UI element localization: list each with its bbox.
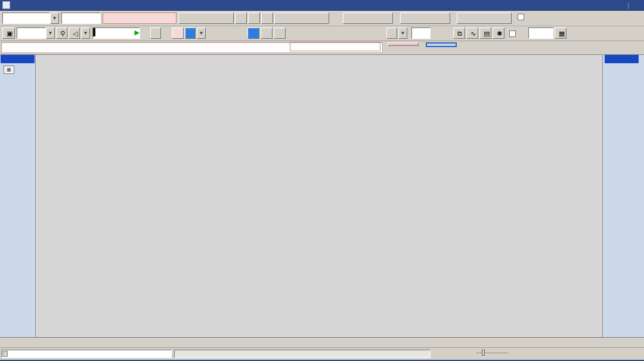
minute-combo-arrow[interactable]: ▼ [398,27,407,39]
grid-icon[interactable]: ▦ [4,66,14,74]
titlebar-separator: | [627,2,629,9]
daily-balance-button[interactable] [343,13,393,24]
speaker-icon[interactable]: ◁ [69,27,80,39]
trade-mark-lookup-button[interactable] [103,13,177,24]
balance-button[interactable] [235,13,247,24]
alert-button[interactable] [150,27,161,39]
symbol-dropdown-arrow[interactable]: ▼ [46,27,55,39]
settings-gear-icon[interactable]: ✱ [493,27,504,39]
checkbox-box[interactable] [518,14,524,20]
scrollbar-thumb[interactable] [2,351,8,357]
checkbox-box[interactable] [509,30,516,37]
add-candle-icon[interactable]: ⧉ [453,27,465,39]
save-icon[interactable]: ▤ [479,27,491,39]
right-price-axis [602,55,644,338]
ohlc-box [290,42,380,51]
scroll-track[interactable] [174,350,431,358]
password-field[interactable] [61,13,101,24]
account-toolbar: ▼ [0,11,644,26]
return-trend-button[interactable] [457,13,512,24]
speed-slider[interactable] [477,353,508,353]
search-icon[interactable]: ⚲ [56,27,67,39]
unexecuted-button[interactable] [261,13,273,24]
current-price-box-right [605,55,639,63]
period-second-button[interactable] [261,27,273,39]
horizontal-scrollbar[interactable] [1,350,172,358]
chart-window-icon[interactable]: ▣ [2,27,15,39]
executed-button[interactable] [248,13,260,24]
left-price-axis: ▦ [0,55,36,338]
quote-bar [0,41,644,54]
period-minute-button[interactable] [247,27,259,39]
time-axis [0,337,644,348]
trade-profit-button[interactable] [400,13,450,24]
account-select[interactable] [2,13,50,24]
title-bar: | [0,0,644,11]
recent-trades-button[interactable] [178,13,234,24]
account-link-checkbox[interactable] [518,13,526,24]
stock-name-field: ▶ [92,27,140,39]
sell-button[interactable] [426,42,457,47]
stock-go-arrow[interactable]: ▶ [135,28,140,37]
add-line-icon[interactable]: ∿ [466,27,478,39]
minute-combo-value[interactable] [386,27,397,39]
period-tick-button[interactable] [274,27,286,39]
d-checkbox[interactable] [509,29,518,41]
calendar-icon[interactable]: ▦ [555,27,566,39]
status-bar [0,348,644,360]
period-day-button[interactable] [172,27,184,39]
symbol-input[interactable] [17,27,46,39]
new-stock-badge [93,28,95,36]
day-combo-value[interactable] [185,27,196,39]
app-icon [2,1,10,9]
current-price-box-left [1,55,35,63]
chart-plot[interactable] [36,55,602,338]
trade-history-button[interactable] [274,13,329,24]
day-combo-arrow[interactable]: ▼ [197,27,206,39]
chart-toolbar: ▣ ▼ ⚲ ◁ ▼ ▶ ▼ ▼ ⧉ ∿ ▤ ✱ ▦ [0,26,644,41]
account-dropdown-arrow[interactable]: ▼ [50,13,59,24]
date-input[interactable] [528,27,553,39]
chart-region: ▦ [0,54,644,337]
bars-count-input[interactable] [411,27,431,39]
speaker-dropdown-arrow[interactable]: ▼ [81,27,90,39]
buy-button[interactable] [388,42,419,46]
slider-thumb[interactable] [482,350,485,356]
